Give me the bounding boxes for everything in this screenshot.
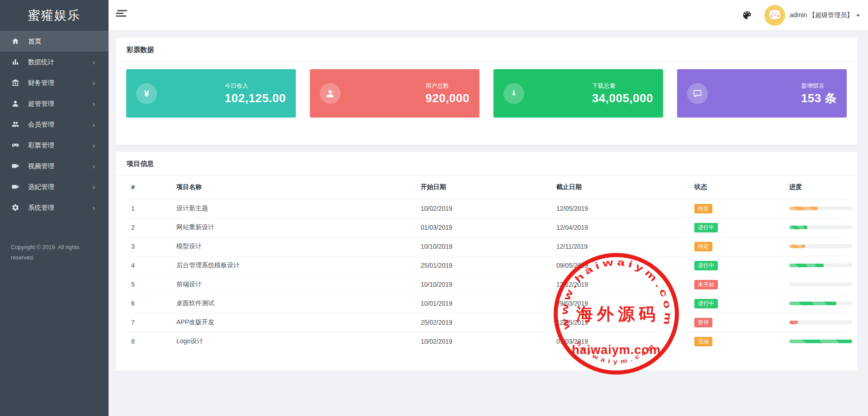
status-badge: 未开始	[694, 280, 718, 289]
topbar: admin 【超级管理员】	[109, 0, 868, 31]
cell-start-date: 10/02/2019	[416, 332, 552, 351]
chevron-right-icon: ›	[93, 100, 95, 107]
cell-start-date: 10/02/2019	[416, 199, 552, 218]
palette-icon[interactable]	[742, 10, 753, 21]
cell-project-name: Logo设计	[172, 332, 416, 351]
progress-bar-fill	[789, 226, 807, 229]
sidebar-item-super-admin[interactable]: 超管管理›	[0, 93, 109, 114]
cell-project-name: APP改版开发	[172, 313, 416, 332]
progress-bar	[789, 245, 852, 248]
sidebar-item-home[interactable]: 首页	[0, 31, 109, 52]
stat-card-label: 新增留言	[801, 82, 825, 90]
status-badge: 待定	[694, 204, 712, 213]
stat-card: 用户总数920,000	[310, 69, 479, 118]
stat-card-text: 下载总量34,005,000	[592, 82, 653, 105]
cell-start-date: 01/03/2019	[416, 218, 552, 237]
user-dropdown[interactable]: admin 【超级管理员】	[790, 11, 860, 19]
video-icon	[11, 183, 19, 191]
progress-bar	[789, 321, 852, 324]
progress-bar	[789, 207, 852, 210]
sidebar-item-system[interactable]: 系统管理›	[0, 197, 109, 218]
cell-progress	[785, 237, 846, 256]
cell-start-date: 25/01/2019	[416, 256, 552, 275]
user-icon	[320, 83, 341, 104]
cell-status: 完成	[690, 332, 785, 351]
project-info-panel: 项目信息 #项目名称开始日期截止日期状态进度 1设计新主题10/02/20191…	[116, 152, 857, 371]
chevron-right-icon: ›	[93, 163, 95, 170]
table-row: 3模型设计10/10/201912/11/2019待定	[127, 237, 846, 256]
cell-end-date: 09/05/2019	[552, 256, 690, 275]
sidebar-item-label: 视频管理	[28, 162, 54, 170]
cell-end-date: 12/12/2019	[552, 275, 690, 294]
table-row: 4后台管理系统模板设计25/01/201909/05/2019进行中	[127, 256, 846, 275]
table-row: 7APP改版开发25/02/201912/05/2019暂停	[127, 313, 846, 332]
cell-index: 6	[127, 294, 172, 313]
chevron-right-icon: ›	[93, 121, 95, 128]
progress-bar	[789, 226, 852, 229]
cell-status: 未开始	[690, 275, 785, 294]
cell-end-date: 29/03/2019	[552, 294, 690, 313]
cell-progress	[785, 332, 846, 351]
table-row: 6桌面软件测试10/01/201929/03/2019进行中	[127, 294, 846, 313]
user-icon	[11, 99, 19, 108]
project-table-wrap: #项目名称开始日期截止日期状态进度 1设计新主题10/02/201912/05/…	[116, 175, 857, 351]
progress-bar	[789, 283, 852, 286]
cell-project-name: 桌面软件测试	[172, 294, 416, 313]
stat-card-value: 920,000	[426, 92, 470, 105]
table-row: 8Logo设计10/02/201901/03/2019完成	[127, 332, 846, 351]
progress-bar	[789, 340, 852, 343]
sidebar-item-label: 超管管理	[28, 99, 54, 108]
lottery-data-panel: 彩票数据 ¥今日收入102,125.00用户总数920,000下载总量34,00…	[116, 38, 857, 145]
sidebar-item-members[interactable]: 会员管理›	[0, 114, 109, 135]
copyright-text: Copyright © 2019. All rights reserved.	[0, 242, 109, 263]
sidebar-item-video[interactable]: 视频管理›	[0, 156, 109, 176]
table-column-header: 进度	[785, 175, 846, 199]
cell-start-date: 10/10/2019	[416, 275, 552, 294]
status-badge: 进行中	[694, 261, 718, 270]
stat-card-value: 34,005,000	[592, 92, 653, 105]
progress-bar-fill	[789, 302, 836, 305]
cell-project-name: 模型设计	[172, 237, 416, 256]
status-badge: 进行中	[694, 223, 718, 232]
table-column-header: #	[127, 175, 172, 199]
sidebar-item-label: 财务管理	[28, 79, 54, 87]
cell-progress	[785, 199, 846, 218]
cell-project-name: 设计新主题	[172, 199, 416, 218]
chevron-right-icon: ›	[93, 204, 95, 211]
progress-bar-fill	[789, 264, 824, 267]
table-column-header: 项目名称	[172, 175, 416, 199]
cell-status: 进行中	[690, 294, 785, 313]
bank-icon	[11, 79, 19, 87]
status-badge: 完成	[694, 337, 712, 346]
progress-bar-fill	[789, 321, 798, 324]
cell-status: 待定	[690, 199, 785, 218]
sidebar-item-xuanfei[interactable]: 选妃管理›	[0, 176, 109, 197]
user-name: admin 【超级管理员】	[790, 11, 853, 19]
user-avatar[interactable]	[764, 5, 785, 26]
cell-end-date: 12/04/2019	[552, 218, 690, 237]
project-table: #项目名称开始日期截止日期状态进度 1设计新主题10/02/201912/05/…	[127, 175, 846, 351]
menu-toggle-icon[interactable]	[116, 10, 128, 21]
cell-status: 进行中	[690, 218, 785, 237]
sidebar-item-finance[interactable]: 财务管理›	[0, 72, 109, 93]
sidebar-item-lottery[interactable]: 彩票管理›	[0, 135, 109, 156]
panel-title-project: 项目信息	[116, 152, 857, 175]
sidebar-item-data-stats[interactable]: 数据统计›	[0, 52, 109, 72]
stat-card: ¥今日收入102,125.00	[126, 69, 296, 118]
home-icon	[11, 37, 19, 46]
table-row: 5前端设计10/10/201912/12/2019未开始	[127, 275, 846, 294]
cell-progress	[785, 256, 846, 275]
cell-status: 进行中	[690, 256, 785, 275]
progress-bar	[789, 302, 852, 305]
cell-project-name: 网站重新设计	[172, 218, 416, 237]
cell-index: 1	[127, 199, 172, 218]
sidebar-item-label: 首页	[28, 37, 41, 46]
status-badge: 待定	[694, 242, 712, 251]
progress-bar-fill	[789, 207, 818, 210]
table-row: 1设计新主题10/02/201912/05/2019待定	[127, 199, 846, 218]
cell-index: 2	[127, 218, 172, 237]
main-content: 彩票数据 ¥今日收入102,125.00用户总数920,000下载总量34,00…	[109, 31, 868, 416]
progress-bar	[789, 264, 852, 267]
sidebar-item-label: 系统管理	[28, 203, 54, 212]
cell-start-date: 25/02/2019	[416, 313, 552, 332]
